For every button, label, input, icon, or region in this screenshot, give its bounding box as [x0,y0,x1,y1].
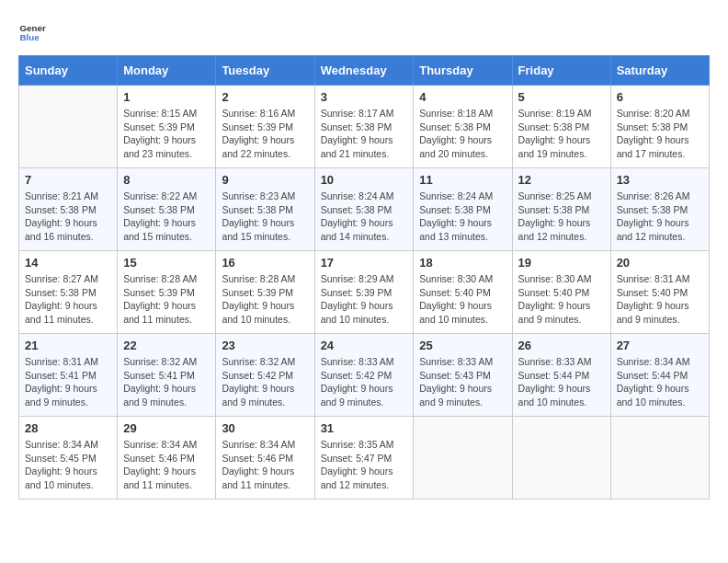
day-info: Sunrise: 8:30 AMSunset: 5:40 PMDaylight:… [518,272,605,327]
calendar-cell: 1Sunrise: 8:15 AMSunset: 5:39 PMDaylight… [118,86,216,168]
svg-text:General: General [20,23,47,33]
header: General Blue [18,18,710,46]
day-number: 24 [321,339,408,352]
calendar: SundayMondayTuesdayWednesdayThursdayFrid… [18,55,710,500]
day-info: Sunrise: 8:34 AMSunset: 5:46 PMDaylight:… [123,438,210,492]
day-number: 17 [321,256,408,270]
day-info: Sunrise: 8:15 AMSunset: 5:39 PMDaylight:… [123,107,210,161]
day-info: Sunrise: 8:16 AMSunset: 5:39 PMDaylight:… [222,107,308,161]
day-info: Sunrise: 8:24 AMSunset: 5:38 PMDaylight:… [321,190,408,244]
day-info: Sunrise: 8:35 AMSunset: 5:47 PMDaylight:… [321,438,408,492]
week-row-1: 1Sunrise: 8:15 AMSunset: 5:39 PMDaylight… [19,86,710,168]
weekday-header-friday: Friday [512,56,610,86]
calendar-cell: 13Sunrise: 8:26 AMSunset: 5:38 PMDayligh… [610,168,709,251]
calendar-cell: 26Sunrise: 8:33 AMSunset: 5:44 PMDayligh… [512,334,610,417]
calendar-cell: 5Sunrise: 8:19 AMSunset: 5:38 PMDaylight… [512,86,610,168]
day-info: Sunrise: 8:28 AMSunset: 5:39 PMDaylight:… [123,272,210,327]
day-number: 26 [518,339,605,352]
calendar-cell: 2Sunrise: 8:16 AMSunset: 5:39 PMDaylight… [216,86,314,168]
calendar-cell: 6Sunrise: 8:20 AMSunset: 5:38 PMDaylight… [610,86,709,168]
day-info: Sunrise: 8:31 AMSunset: 5:41 PMDaylight:… [25,355,111,409]
calendar-cell: 30Sunrise: 8:34 AMSunset: 5:46 PMDayligh… [216,417,314,500]
calendar-cell: 3Sunrise: 8:17 AMSunset: 5:38 PMDaylight… [314,86,414,168]
day-number: 8 [123,173,210,187]
day-number: 20 [617,256,703,270]
day-info: Sunrise: 8:33 AMSunset: 5:42 PMDaylight:… [321,355,408,409]
calendar-cell: 22Sunrise: 8:32 AMSunset: 5:41 PMDayligh… [118,334,216,417]
day-number: 29 [123,421,210,435]
day-number: 27 [617,339,703,352]
day-number: 25 [419,339,506,352]
day-info: Sunrise: 8:30 AMSunset: 5:40 PMDaylight:… [419,272,506,327]
day-number: 2 [222,90,308,104]
day-info: Sunrise: 8:32 AMSunset: 5:41 PMDaylight:… [123,355,210,409]
day-number: 4 [419,90,506,104]
day-info: Sunrise: 8:32 AMSunset: 5:42 PMDaylight:… [222,355,308,409]
day-info: Sunrise: 8:23 AMSunset: 5:38 PMDaylight:… [222,190,308,244]
day-info: Sunrise: 8:33 AMSunset: 5:43 PMDaylight:… [419,355,506,409]
day-info: Sunrise: 8:27 AMSunset: 5:38 PMDaylight:… [25,272,111,327]
calendar-cell [610,417,709,500]
day-number: 30 [222,421,308,435]
weekday-header-row: SundayMondayTuesdayWednesdayThursdayFrid… [19,56,710,86]
calendar-cell: 25Sunrise: 8:33 AMSunset: 5:43 PMDayligh… [414,334,512,417]
day-info: Sunrise: 8:34 AMSunset: 5:45 PMDaylight:… [25,438,111,492]
week-row-2: 7Sunrise: 8:21 AMSunset: 5:38 PMDaylight… [19,168,710,251]
day-info: Sunrise: 8:34 AMSunset: 5:46 PMDaylight:… [222,438,308,492]
calendar-cell: 19Sunrise: 8:30 AMSunset: 5:40 PMDayligh… [512,251,610,334]
calendar-cell: 7Sunrise: 8:21 AMSunset: 5:38 PMDaylight… [19,168,118,251]
day-info: Sunrise: 8:29 AMSunset: 5:39 PMDaylight:… [321,272,408,327]
calendar-cell: 10Sunrise: 8:24 AMSunset: 5:38 PMDayligh… [314,168,414,251]
day-number: 6 [617,90,703,104]
day-number: 3 [321,90,408,104]
day-info: Sunrise: 8:20 AMSunset: 5:38 PMDaylight:… [617,107,703,161]
day-info: Sunrise: 8:34 AMSunset: 5:44 PMDaylight:… [617,355,703,409]
day-number: 7 [25,173,111,187]
day-number: 10 [321,173,408,187]
weekday-header-thursday: Thursday [414,56,512,86]
day-number: 19 [518,256,605,270]
day-number: 31 [321,421,408,435]
calendar-cell: 21Sunrise: 8:31 AMSunset: 5:41 PMDayligh… [19,334,118,417]
weekday-header-sunday: Sunday [19,56,118,86]
logo: General Blue [18,18,46,46]
week-row-5: 28Sunrise: 8:34 AMSunset: 5:45 PMDayligh… [19,417,710,500]
day-number: 9 [222,173,308,187]
day-info: Sunrise: 8:25 AMSunset: 5:38 PMDaylight:… [518,190,605,244]
calendar-cell: 12Sunrise: 8:25 AMSunset: 5:38 PMDayligh… [512,168,610,251]
day-number: 13 [617,173,703,187]
week-row-3: 14Sunrise: 8:27 AMSunset: 5:38 PMDayligh… [19,251,710,334]
week-row-4: 21Sunrise: 8:31 AMSunset: 5:41 PMDayligh… [19,334,710,417]
day-number: 18 [419,256,506,270]
day-info: Sunrise: 8:31 AMSunset: 5:40 PMDaylight:… [617,272,703,327]
day-info: Sunrise: 8:33 AMSunset: 5:44 PMDaylight:… [518,355,605,409]
calendar-cell: 18Sunrise: 8:30 AMSunset: 5:40 PMDayligh… [414,251,512,334]
svg-text:Blue: Blue [20,32,40,42]
weekday-header-tuesday: Tuesday [216,56,314,86]
calendar-cell: 23Sunrise: 8:32 AMSunset: 5:42 PMDayligh… [216,334,314,417]
day-info: Sunrise: 8:17 AMSunset: 5:38 PMDaylight:… [321,107,408,161]
calendar-cell: 9Sunrise: 8:23 AMSunset: 5:38 PMDaylight… [216,168,314,251]
calendar-cell: 28Sunrise: 8:34 AMSunset: 5:45 PMDayligh… [19,417,118,500]
calendar-cell: 31Sunrise: 8:35 AMSunset: 5:47 PMDayligh… [314,417,414,500]
day-info: Sunrise: 8:26 AMSunset: 5:38 PMDaylight:… [617,190,703,244]
weekday-header-monday: Monday [118,56,216,86]
calendar-cell [512,417,610,500]
calendar-cell: 15Sunrise: 8:28 AMSunset: 5:39 PMDayligh… [118,251,216,334]
day-info: Sunrise: 8:28 AMSunset: 5:39 PMDaylight:… [222,272,308,327]
calendar-cell: 24Sunrise: 8:33 AMSunset: 5:42 PMDayligh… [314,334,414,417]
weekday-header-saturday: Saturday [610,56,709,86]
day-number: 28 [25,421,111,435]
calendar-cell: 20Sunrise: 8:31 AMSunset: 5:40 PMDayligh… [610,251,709,334]
day-info: Sunrise: 8:21 AMSunset: 5:38 PMDaylight:… [25,190,111,244]
day-number: 16 [222,256,308,270]
day-number: 14 [25,256,111,270]
calendar-cell: 14Sunrise: 8:27 AMSunset: 5:38 PMDayligh… [19,251,118,334]
day-number: 5 [518,90,605,104]
calendar-cell: 4Sunrise: 8:18 AMSunset: 5:38 PMDaylight… [414,86,512,168]
logo-icon: General Blue [18,18,46,46]
calendar-cell: 11Sunrise: 8:24 AMSunset: 5:38 PMDayligh… [414,168,512,251]
day-info: Sunrise: 8:22 AMSunset: 5:38 PMDaylight:… [123,190,210,244]
calendar-cell: 8Sunrise: 8:22 AMSunset: 5:38 PMDaylight… [118,168,216,251]
day-number: 11 [419,173,506,187]
